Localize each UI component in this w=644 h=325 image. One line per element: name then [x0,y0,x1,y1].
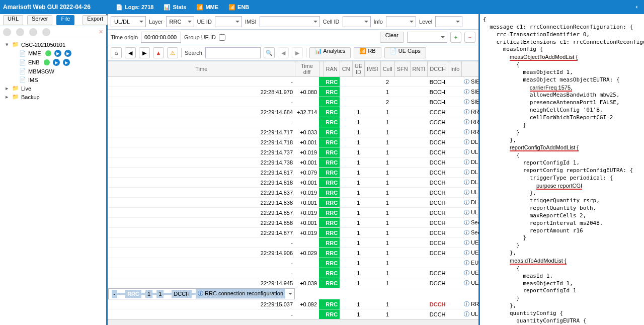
log-row[interactable]: 22:29:14.877+0.019RRC11DCCHSecurity mode… [108,228,479,238]
log-row[interactable]: -RRC11DCCHUE capability enquiry [108,238,479,248]
groupueid-checkbox[interactable] [219,34,225,41]
next-icon[interactable]: ▶ [139,47,150,58]
uldl-select[interactable]: UL/DL [111,16,146,27]
analytics-button[interactable]: 📊 Analytics [309,47,351,58]
col-bar[interactable] [319,61,324,77]
col-Info[interactable]: Info [448,61,462,77]
col-Time[interactable]: Time [108,61,295,77]
log-row[interactable]: -RRC11DCCHUL information transfer [108,309,479,319]
stop-icon[interactable] [29,28,37,36]
remove-icon[interactable]: − [464,32,475,43]
clear-button[interactable]: Clear [380,32,404,43]
info-icon [464,250,471,256]
col-CN[interactable]: CN [340,61,352,77]
col-Message[interactable]: Message [462,61,478,77]
info-icon [464,260,471,266]
timeorigin-label: Time origin [111,34,138,40]
tab-2[interactable]: 📶MME [191,2,223,13]
log-row[interactable]: -RRC11DCCHRRC connection reconfiguration [108,288,295,299]
log-grid[interactable]: TimeTime diffRANCNUE IDIMSICellSFNRNTIDC… [108,61,478,319]
log-row[interactable]: 22:28:41.970+0.080RRC1BCCHSIB1 [108,87,479,97]
col-DCCH[interactable]: DCCH [428,61,448,77]
tree-child-MME[interactable]: 📄MME▶▶ [1,49,105,58]
tab-icon: 📄 [116,4,123,11]
col-IMSI[interactable]: IMSI [365,61,381,77]
clear-select[interactable] [407,32,447,43]
cellid-label: Cell ID [323,19,340,25]
log-row[interactable]: 22:29:14.857+0.019RRC11DCCHUL informatio… [108,208,479,218]
uecaps-button[interactable]: 📄 UE Caps [384,47,426,58]
file-button[interactable]: File [56,15,74,25]
tab-icon: 📶 [196,4,203,11]
log-row[interactable]: 22:29:14.737+0.019RRC11DCCHUL informatio… [108,147,479,157]
tree-root[interactable]: ▾📁 CBC-2021050101 [1,40,105,49]
tree-child-label: MME [28,50,41,56]
close-icon[interactable]: ✕ [99,29,103,35]
log-row[interactable]: 22:29:14.837+0.019RRC11DCCHUL informatio… [108,188,479,198]
search-prev-icon[interactable]: ◀ [278,47,289,58]
log-row[interactable]: 22:29:14.817+0.079RRC11DCCHDL informatio… [108,168,479,178]
log-row[interactable]: -RRC2BCCHSIB1 [108,77,479,87]
log-row[interactable]: 22:29:15.037+0.092RRC11DCCHRRC connectio… [108,299,479,309]
rb-button[interactable]: 📶 RB [354,47,381,58]
server-button[interactable]: Server [27,15,52,25]
col-RAN[interactable]: RAN [324,61,340,77]
info-icon [464,209,471,215]
col-RNTI[interactable]: RNTI [410,61,428,77]
search-input[interactable] [205,47,261,58]
play2-icon[interactable]: ▶ [63,59,70,66]
log-row[interactable]: 22:29:14.945+0.039RRC11DCCHUE capability… [108,278,479,288]
tree-child-IMS[interactable]: 📄IMS [1,75,105,84]
col-Cell[interactable]: Cell [380,61,394,77]
col-UE ID[interactable]: UE ID [352,61,364,77]
message-detail[interactable]: { message c1: rrcConnectionReconfigurati… [480,14,644,325]
add-icon[interactable]: + [450,32,461,43]
binoculars-icon[interactable]: 🔍 [264,47,275,58]
tree-child-MBMSGW[interactable]: 📄MBMSGW [1,67,105,75]
col-Time diff[interactable]: Time diff [295,61,319,77]
log-row[interactable]: -RRC11CCCHRRC connection setup [108,117,479,127]
imsi-select[interactable] [260,16,320,27]
reload-icon[interactable] [16,28,24,36]
export-button[interactable]: Export [83,15,108,25]
collapse-left-icon[interactable] [632,3,641,12]
search-next-icon[interactable]: ▶ [292,47,303,58]
back-icon[interactable] [3,28,11,36]
timeorigin-input[interactable] [141,32,181,43]
tab-3[interactable]: 📶ENB [223,2,254,13]
tree-backup[interactable]: ▸📁 Backup [1,93,105,101]
log-row[interactable]: 22:29:14.838+0.001RRC11DCCHDL informatio… [108,198,479,208]
layer-select[interactable]: RRC [166,16,194,27]
level-select[interactable] [435,16,462,27]
log-row[interactable]: 22:29:14.738+0.001RRC11DCCHDL informatio… [108,157,479,168]
log-row[interactable]: -RRC11EUTRA band combinations [108,258,479,268]
log-row[interactable]: 22:29:14.906+0.029RRC11DCCHUE capability… [108,248,479,258]
log-row[interactable]: 22:29:14.718+0.001RRC11DCCHDL informatio… [108,137,479,147]
col-SFN[interactable]: SFN [394,61,410,77]
ueid-select[interactable] [215,16,242,27]
prev-icon[interactable]: ◀ [125,47,136,58]
tab-1[interactable]: 📊Stats [158,2,191,13]
play-icon[interactable]: ▶ [54,50,61,57]
log-row[interactable]: 22:29:14.684+32.714RRC11CCCHRRC connecti… [108,107,479,117]
alert-icon[interactable]: ⚠ [167,47,178,58]
h-scrollbar[interactable] [108,319,478,325]
log-row[interactable]: -RRC11DCCHUE capability enquiry 1 [108,268,479,278]
tree-child-ENB[interactable]: 📄ENB▶▶ [1,58,105,67]
log-row[interactable]: -RRC2BCCHSIB1 [108,97,479,107]
url-button[interactable]: URL [3,15,23,25]
info-icon [464,199,471,205]
home-icon[interactable]: ⌂ [111,47,122,58]
log-row[interactable]: 22:29:14.858+0.001RRC11DCCHSecurity mode… [108,218,479,228]
cellid-select[interactable] [343,16,371,27]
log-row[interactable]: 22:29:14.717+0.033RRC11DCCHRRC connectio… [108,127,479,137]
warn-icon[interactable]: ▲ [153,47,164,58]
info-select[interactable] [386,16,416,27]
file-icon: 📄 [19,76,26,83]
play2-icon[interactable]: ▶ [64,50,71,57]
spin-icon[interactable] [42,28,50,36]
tab-0[interactable]: 📄Logs: 2718 [111,2,158,13]
play-icon[interactable]: ▶ [53,59,60,66]
tree-live[interactable]: ▸📁 Live [1,84,105,93]
log-row[interactable]: 22:29:14.818+0.001RRC11DCCHDL informatio… [108,178,479,188]
